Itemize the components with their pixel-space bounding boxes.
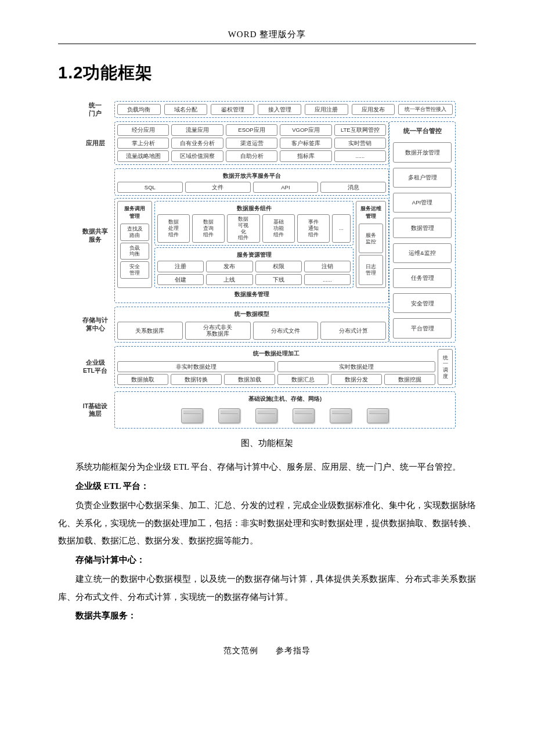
portal-item: 统一平台管控接入 <box>398 104 453 115</box>
etl-side: 统 一 调 度 <box>438 349 453 386</box>
storage-item: 分布式计算 <box>320 322 386 340</box>
figure-caption: 图、功能框架 <box>58 438 476 449</box>
svc-comp-title: 数据服务组件 <box>157 204 351 214</box>
svc-comp-item: 基础 功能 组件 <box>262 214 295 243</box>
etl-item: 数据转换 <box>171 374 222 385</box>
layer-label-portal: 统一 门户 <box>78 101 114 118</box>
right-panel-item: 运维&监控 <box>393 243 452 263</box>
server-icon <box>218 408 240 423</box>
app-item: 流量战略地图 <box>117 150 169 161</box>
it-title: 基础设施(主机、存储、网络) <box>248 394 322 405</box>
sub-heading: 企业级 ETL 平台： <box>58 477 476 495</box>
svc-call-item: 查找及 路由 <box>120 224 149 241</box>
portal-item: 域名分配 <box>164 104 208 115</box>
etl-title: 统一数据处理加工 <box>117 349 435 359</box>
svc-ops-item: 日志 管理 <box>359 255 383 285</box>
right-panel-item: 多租户管理 <box>393 168 452 188</box>
svc-mgmt-title: 数据服务管理 <box>117 290 386 300</box>
layer-label-etl: 企业级 ETL平台 <box>78 346 114 388</box>
app-item: ...... <box>334 150 386 161</box>
app-item: 渠道运营 <box>226 138 277 149</box>
layer-label-storage: 存储与计 算中心 <box>78 307 114 343</box>
app-item: 客户标签库 <box>280 138 331 149</box>
portal-item: 应用发布 <box>352 104 395 115</box>
etl-item: 数据挖掘 <box>384 374 435 385</box>
etl-item: 非实时数据处理 <box>117 361 275 372</box>
app-item: VGOP应用 <box>280 124 331 135</box>
right-panel-item: API管理 <box>393 193 452 213</box>
svc-comp-item: 数据 可视 化 组件 <box>227 214 259 243</box>
server-icon <box>255 408 277 423</box>
app-item: 自助分析 <box>226 150 277 161</box>
storage-item: 分布式文件 <box>253 322 319 340</box>
section-number: 1.2 <box>58 63 83 82</box>
etl-item: 数据加载 <box>224 374 275 385</box>
paragraph: 负责企业数据中心数据采集、加工、汇总、分发的过程，完成企业级数据标准化、集中化，… <box>58 496 476 550</box>
svc-res-item: 注册 <box>157 261 204 272</box>
svc-res-item: 权限 <box>255 261 302 272</box>
server-icon <box>330 408 352 423</box>
server-icon <box>181 408 203 423</box>
app-item: LTE互联网管控 <box>334 124 386 135</box>
svc-res-item: 发布 <box>206 261 252 272</box>
portal-item: 负载均衡 <box>117 104 161 115</box>
sub-heading: 数据共享服务： <box>58 607 476 625</box>
right-panel-title: 统一平台管控 <box>393 125 452 137</box>
portal-item: 鉴权管理 <box>211 104 254 115</box>
app-item: 掌上分析 <box>117 138 169 149</box>
open-platform-item: 消息 <box>320 182 386 193</box>
portal-item: 接入管理 <box>258 104 301 115</box>
storage-item: 关系数据库 <box>117 322 183 340</box>
layer-label-share: 数据共享 服务 <box>78 168 114 303</box>
svc-call-title: 服务调用 管理 <box>120 204 149 222</box>
app-item: 区域价值洞察 <box>171 150 223 161</box>
page-header: WORD 整理版分享 <box>58 29 476 44</box>
right-panel-item: 数据管理 <box>393 218 452 237</box>
open-platform-title: 数据开放共享服务平台 <box>117 171 386 182</box>
portal-item: 应用注册 <box>305 104 348 115</box>
svc-res-item: 创建 <box>157 274 204 285</box>
svc-call-item: 负载 均衡 <box>120 243 149 260</box>
svc-res-item: 注销 <box>304 261 351 272</box>
sub-heading: 存储与计算中心： <box>58 551 476 569</box>
app-item: 实时营销 <box>334 138 386 149</box>
etl-item: 数据汇总 <box>277 374 329 385</box>
section-title: 1.2功能框架 <box>58 62 476 85</box>
layer-label-app: 应用层 <box>78 121 114 164</box>
app-item: ESOP应用 <box>226 124 277 135</box>
app-item: 流量应用 <box>171 124 223 135</box>
body-text: 系统功能框架分为企业级 ETL 平台、存储与计算中心、服务层、应用层、统一门户、… <box>58 458 476 625</box>
server-icon <box>367 408 389 423</box>
page-footer: 范文范例 参考指导 <box>58 646 476 656</box>
svc-res-item: ...... <box>304 274 351 285</box>
svc-comp-item: 数据 查询 组件 <box>192 214 225 243</box>
etl-item: 数据分发 <box>331 374 382 385</box>
right-panel-item: 安全管理 <box>393 293 452 313</box>
storage-item: 分布式非关 系数据库 <box>185 322 251 340</box>
svc-ops-title: 服务运维 管理 <box>359 204 383 222</box>
etl-item: 数据抽取 <box>117 374 168 385</box>
right-panel: 统一平台管控 数据开放管理 多租户管理 API管理 数据管理 运维&监控 任务管… <box>389 121 456 342</box>
paragraph: 建立统一的数据中心数据模型，以及统一的数据存储与计算，具体提供关系数据库、分布式… <box>58 570 476 606</box>
paragraph: 系统功能框架分为企业级 ETL 平台、存储与计算中心、服务层、应用层、统一门户、… <box>58 458 476 476</box>
svc-res-title: 服务资源管理 <box>157 250 351 261</box>
svc-comp-item: ... <box>332 214 351 243</box>
architecture-diagram: 统一 门户 负载均衡 域名分配 鉴权管理 接入管理 应用注册 应用发布 统一平台… <box>78 101 456 432</box>
server-icon <box>293 408 315 423</box>
app-item: 自有业务分析 <box>171 138 223 149</box>
svc-ops-item: 服务 监控 <box>359 224 383 253</box>
etl-item: 实时数据处理 <box>277 361 435 372</box>
open-platform-item: SQL <box>117 182 183 193</box>
app-item: 经分应用 <box>117 124 169 135</box>
svc-res-item: 下线 <box>255 274 302 285</box>
section-title-text: 功能框架 <box>83 63 153 82</box>
svc-comp-item: 数据 处理 组件 <box>157 214 190 243</box>
app-item: 指标库 <box>280 150 331 161</box>
open-platform-item: 文件 <box>185 182 251 193</box>
svc-call-item: 安全 管理 <box>120 261 149 279</box>
svc-res-item: 上线 <box>206 274 252 285</box>
layer-label-it: IT基础设 施层 <box>78 391 114 429</box>
open-platform-item: API <box>253 182 319 193</box>
storage-title: 统一数据模型 <box>117 309 386 320</box>
right-panel-item: 数据开放管理 <box>393 142 452 162</box>
